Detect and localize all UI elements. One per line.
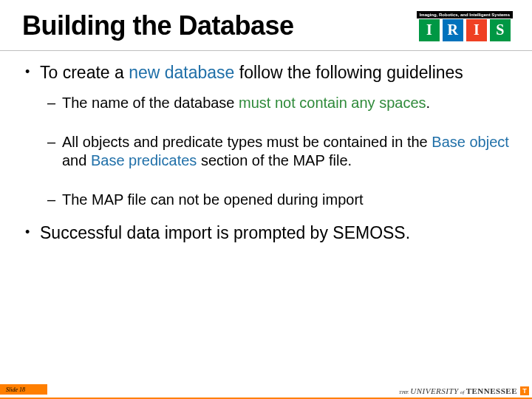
b1s1-highlight: must not contain any spaces [239,95,426,111]
bullet-1-sub-1: – The name of the database must not cont… [47,94,510,112]
title-divider [0,50,532,51]
dash-icon: – [47,191,55,209]
bullet-1-sub-2: – All objects and predicate types must b… [47,133,510,170]
b1s2-t2: section of the MAP file. [197,152,352,168]
logo-letter-i: I [419,19,440,41]
ut-logo-icon: T [520,386,529,395]
dash-icon: – [47,94,55,112]
slide-footer: Slide 18 THE UNIVERSITY of TENNESSEE T [0,380,532,399]
bullet-dot-icon: • [25,222,33,244]
b1s1-post: . [426,95,431,111]
b1s2-t0: All objects and predicate types must be … [62,134,432,150]
logo-letter-s: S [490,19,511,41]
bullet-dot-icon: • [25,62,33,83]
uni-tennessee: TENNESSEE [466,386,517,395]
bullet-1-text-post: follow the following guidelines [234,63,463,82]
page-title: Building the Database [22,10,294,41]
uni-university: UNIVERSITY [410,386,459,395]
bullet-1-text-pre: To create a [40,63,129,82]
logo-caption: Imaging, Robotics, and Intelligent Syste… [417,11,513,18]
b1s2-t1: and [62,152,91,168]
b1s2-h1: Base object [432,134,509,150]
bullet-2: • Successful data import is prompted by … [25,222,510,244]
bullet-1-sub-3: – The MAP file can not be opened during … [47,191,510,209]
logo-letter-i2: I [466,19,487,41]
slide-body: • To create a new database follow the fo… [25,62,510,254]
b1s1-pre: The name of the database [62,95,239,111]
uni-of: of [460,389,464,395]
dash-icon: – [47,133,55,170]
logo-letter-r: R [443,19,463,41]
bullet-2-text: Successful data import is prompted by SE… [40,222,510,244]
university-wordmark: THE UNIVERSITY of TENNESSEE [399,386,517,395]
b1s3-text: The MAP file can not be opened during im… [62,191,510,209]
uni-the: THE [399,389,409,395]
bullet-1: • To create a new database follow the fo… [25,62,510,83]
iris-logo: Imaging, Robotics, and Intelligent Syste… [417,11,513,41]
bullet-1-highlight: new database [129,63,234,82]
slide-number-label: Slide 18 [6,386,25,393]
b1s2-h2: Base predicates [91,152,197,168]
